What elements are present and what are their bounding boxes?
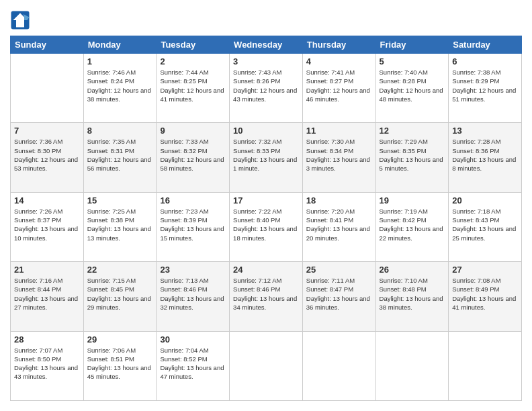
day-info: Sunrise: 7:33 AM Sunset: 8:32 PM Dayligh… bbox=[160, 137, 226, 173]
day-number: 13 bbox=[452, 126, 518, 136]
day-number: 27 bbox=[452, 265, 518, 275]
day-info: Sunrise: 7:16 AM Sunset: 8:44 PM Dayligh… bbox=[14, 276, 80, 312]
day-info: Sunrise: 7:18 AM Sunset: 8:43 PM Dayligh… bbox=[452, 207, 518, 242]
day-info: Sunrise: 7:11 AM Sunset: 8:47 PM Dayligh… bbox=[306, 276, 372, 312]
calendar-week-4: 28Sunrise: 7:07 AM Sunset: 8:50 PM Dayli… bbox=[11, 331, 522, 400]
day-number: 21 bbox=[14, 265, 80, 275]
calendar-weekday-monday: Monday bbox=[83, 36, 157, 54]
day-info: Sunrise: 7:25 AM Sunset: 8:38 PM Dayligh… bbox=[87, 207, 153, 242]
day-info: Sunrise: 7:26 AM Sunset: 8:37 PM Dayligh… bbox=[14, 207, 80, 242]
day-info: Sunrise: 7:06 AM Sunset: 8:51 PM Dayligh… bbox=[87, 346, 153, 381]
calendar-header-row: SundayMondayTuesdayWednesdayThursdayFrid… bbox=[11, 36, 522, 54]
day-info: Sunrise: 7:10 AM Sunset: 8:48 PM Dayligh… bbox=[380, 276, 445, 312]
calendar-cell: 15Sunrise: 7:25 AM Sunset: 8:38 PM Dayli… bbox=[83, 192, 157, 261]
calendar-cell bbox=[302, 331, 375, 400]
day-number: 12 bbox=[380, 126, 445, 136]
day-number: 30 bbox=[160, 334, 226, 345]
calendar-cell: 4Sunrise: 7:41 AM Sunset: 8:27 PM Daylig… bbox=[302, 54, 375, 123]
calendar-cell: 21Sunrise: 7:16 AM Sunset: 8:44 PM Dayli… bbox=[11, 262, 84, 331]
day-number: 24 bbox=[233, 265, 299, 275]
day-number: 2 bbox=[160, 56, 226, 66]
calendar-cell: 12Sunrise: 7:29 AM Sunset: 8:35 PM Dayli… bbox=[375, 123, 449, 192]
day-info: Sunrise: 7:19 AM Sunset: 8:42 PM Dayligh… bbox=[380, 207, 445, 242]
day-info: Sunrise: 7:40 AM Sunset: 8:28 PM Dayligh… bbox=[380, 68, 445, 103]
calendar-cell: 18Sunrise: 7:20 AM Sunset: 8:41 PM Dayli… bbox=[302, 192, 375, 261]
calendar-week-2: 14Sunrise: 7:26 AM Sunset: 8:37 PM Dayli… bbox=[11, 192, 522, 261]
calendar-cell: 5Sunrise: 7:40 AM Sunset: 8:28 PM Daylig… bbox=[375, 54, 449, 123]
header bbox=[10, 10, 522, 30]
day-number: 14 bbox=[14, 195, 80, 205]
day-number: 18 bbox=[306, 195, 372, 205]
day-number: 22 bbox=[87, 265, 153, 275]
calendar-cell: 2Sunrise: 7:44 AM Sunset: 8:25 PM Daylig… bbox=[157, 54, 230, 123]
day-number: 4 bbox=[306, 56, 372, 66]
day-number: 8 bbox=[87, 126, 153, 136]
calendar-cell: 14Sunrise: 7:26 AM Sunset: 8:37 PM Dayli… bbox=[11, 192, 84, 261]
calendar-cell: 7Sunrise: 7:36 AM Sunset: 8:30 PM Daylig… bbox=[11, 123, 84, 192]
day-number: 1 bbox=[87, 56, 153, 66]
calendar-cell: 28Sunrise: 7:07 AM Sunset: 8:50 PM Dayli… bbox=[11, 331, 84, 400]
calendar-cell: 24Sunrise: 7:12 AM Sunset: 8:46 PM Dayli… bbox=[230, 262, 303, 331]
day-number: 15 bbox=[87, 195, 153, 205]
day-number: 19 bbox=[380, 195, 445, 205]
calendar-cell: 16Sunrise: 7:23 AM Sunset: 8:39 PM Dayli… bbox=[157, 192, 230, 261]
day-info: Sunrise: 7:20 AM Sunset: 8:41 PM Dayligh… bbox=[306, 207, 372, 242]
day-info: Sunrise: 7:44 AM Sunset: 8:25 PM Dayligh… bbox=[160, 68, 226, 103]
calendar-cell: 9Sunrise: 7:33 AM Sunset: 8:32 PM Daylig… bbox=[157, 123, 230, 192]
page: SundayMondayTuesdayWednesdayThursdayFrid… bbox=[0, 0, 532, 411]
day-number: 6 bbox=[452, 56, 518, 66]
calendar-cell bbox=[11, 54, 84, 123]
calendar-cell: 11Sunrise: 7:30 AM Sunset: 8:34 PM Dayli… bbox=[302, 123, 375, 192]
calendar-week-3: 21Sunrise: 7:16 AM Sunset: 8:44 PM Dayli… bbox=[11, 262, 522, 331]
day-number: 10 bbox=[233, 126, 299, 136]
logo-icon bbox=[10, 10, 30, 30]
calendar-cell bbox=[230, 331, 303, 400]
day-info: Sunrise: 7:41 AM Sunset: 8:27 PM Dayligh… bbox=[306, 68, 372, 103]
day-info: Sunrise: 7:36 AM Sunset: 8:30 PM Dayligh… bbox=[14, 137, 80, 173]
day-info: Sunrise: 7:08 AM Sunset: 8:49 PM Dayligh… bbox=[452, 276, 518, 312]
day-number: 5 bbox=[380, 56, 445, 66]
calendar-cell bbox=[375, 331, 449, 400]
day-number: 7 bbox=[14, 126, 80, 136]
calendar-weekday-friday: Friday bbox=[375, 36, 449, 54]
calendar-cell: 13Sunrise: 7:28 AM Sunset: 8:36 PM Dayli… bbox=[449, 123, 522, 192]
calendar-cell: 3Sunrise: 7:43 AM Sunset: 8:26 PM Daylig… bbox=[230, 54, 303, 123]
calendar-cell: 25Sunrise: 7:11 AM Sunset: 8:47 PM Dayli… bbox=[302, 262, 375, 331]
calendar-week-1: 7Sunrise: 7:36 AM Sunset: 8:30 PM Daylig… bbox=[11, 123, 522, 192]
calendar-weekday-thursday: Thursday bbox=[302, 36, 375, 54]
day-info: Sunrise: 7:07 AM Sunset: 8:50 PM Dayligh… bbox=[14, 346, 80, 381]
calendar-cell: 17Sunrise: 7:22 AM Sunset: 8:40 PM Dayli… bbox=[230, 192, 303, 261]
day-info: Sunrise: 7:12 AM Sunset: 8:46 PM Dayligh… bbox=[233, 276, 299, 312]
calendar-weekday-sunday: Sunday bbox=[11, 36, 84, 54]
calendar-weekday-wednesday: Wednesday bbox=[230, 36, 303, 54]
day-number: 26 bbox=[380, 265, 445, 275]
day-number: 23 bbox=[160, 265, 226, 275]
calendar-week-0: 1Sunrise: 7:46 AM Sunset: 8:24 PM Daylig… bbox=[11, 54, 522, 123]
day-info: Sunrise: 7:46 AM Sunset: 8:24 PM Dayligh… bbox=[87, 68, 153, 103]
day-number: 20 bbox=[452, 195, 518, 205]
logo bbox=[10, 10, 33, 30]
day-info: Sunrise: 7:43 AM Sunset: 8:26 PM Dayligh… bbox=[233, 68, 299, 103]
calendar-cell: 26Sunrise: 7:10 AM Sunset: 8:48 PM Dayli… bbox=[375, 262, 449, 331]
day-info: Sunrise: 7:29 AM Sunset: 8:35 PM Dayligh… bbox=[380, 137, 445, 173]
day-info: Sunrise: 7:28 AM Sunset: 8:36 PM Dayligh… bbox=[452, 137, 518, 173]
day-info: Sunrise: 7:38 AM Sunset: 8:29 PM Dayligh… bbox=[452, 68, 518, 103]
calendar-cell: 30Sunrise: 7:04 AM Sunset: 8:52 PM Dayli… bbox=[157, 331, 230, 400]
calendar-cell: 6Sunrise: 7:38 AM Sunset: 8:29 PM Daylig… bbox=[449, 54, 522, 123]
day-number: 17 bbox=[233, 195, 299, 205]
day-number: 11 bbox=[306, 126, 372, 136]
day-info: Sunrise: 7:32 AM Sunset: 8:33 PM Dayligh… bbox=[233, 137, 299, 173]
calendar-cell: 22Sunrise: 7:15 AM Sunset: 8:45 PM Dayli… bbox=[83, 262, 157, 331]
calendar-cell: 19Sunrise: 7:19 AM Sunset: 8:42 PM Dayli… bbox=[375, 192, 449, 261]
day-number: 29 bbox=[87, 334, 153, 345]
day-info: Sunrise: 7:15 AM Sunset: 8:45 PM Dayligh… bbox=[87, 276, 153, 312]
day-info: Sunrise: 7:23 AM Sunset: 8:39 PM Dayligh… bbox=[160, 207, 226, 242]
calendar-table: SundayMondayTuesdayWednesdayThursdayFrid… bbox=[10, 36, 522, 401]
day-info: Sunrise: 7:04 AM Sunset: 8:52 PM Dayligh… bbox=[160, 346, 226, 381]
calendar-cell: 29Sunrise: 7:06 AM Sunset: 8:51 PM Dayli… bbox=[83, 331, 157, 400]
calendar-cell: 27Sunrise: 7:08 AM Sunset: 8:49 PM Dayli… bbox=[449, 262, 522, 331]
day-number: 25 bbox=[306, 265, 372, 275]
calendar-weekday-tuesday: Tuesday bbox=[157, 36, 230, 54]
calendar-cell: 8Sunrise: 7:35 AM Sunset: 8:31 PM Daylig… bbox=[83, 123, 157, 192]
day-info: Sunrise: 7:30 AM Sunset: 8:34 PM Dayligh… bbox=[306, 137, 372, 173]
